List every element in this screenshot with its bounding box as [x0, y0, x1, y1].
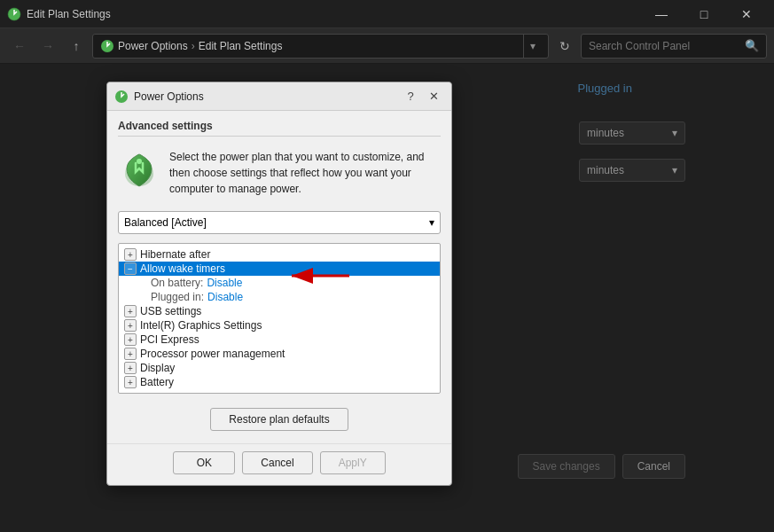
title-bar-icon: [7, 7, 21, 21]
description-area: Select the power plan that you want to c…: [118, 144, 441, 202]
tree-label-display: Display: [140, 362, 175, 374]
search-input[interactable]: [589, 40, 739, 52]
tree-expand-pci[interactable]: +: [124, 333, 137, 346]
forward-button[interactable]: →: [35, 34, 60, 59]
tree-label-hibernate: Hibernate after: [140, 248, 210, 261]
tree-expand-battery[interactable]: +: [124, 376, 137, 388]
tree-sub-wake-timers: On battery: Disable Plugged in: Disable: [119, 276, 440, 304]
power-plan-icon: [118, 149, 160, 192]
tree-expand-wake-timers[interactable]: −: [124, 262, 137, 275]
search-box[interactable]: 🔍: [581, 34, 767, 59]
description-text: Select the power plan that you want to c…: [169, 149, 441, 197]
breadcrumb: Power Options › Edit Plan Settings: [118, 40, 520, 52]
tree-label-processor: Processor power management: [140, 348, 285, 360]
window-title: Edit Plan Settings: [27, 8, 641, 20]
dialog-icon: [114, 90, 129, 104]
tree-item-hibernate[interactable]: + Hibernate after: [119, 247, 440, 262]
dialog-controls: ? ✕: [400, 86, 444, 107]
dialog-title-bar: Power Options ? ✕: [107, 82, 451, 111]
refresh-button[interactable]: ↻: [552, 34, 577, 59]
tree-expand-display[interactable]: +: [124, 362, 137, 374]
dialog-body: Advanced settings: [107, 111, 451, 443]
title-bar: Edit Plan Settings — □ ✕: [0, 0, 774, 28]
settings-tree[interactable]: + Hibernate after − Allow wake timers: [118, 243, 441, 394]
tree-item-pci[interactable]: + PCI Express: [119, 332, 440, 347]
tree-item-usb[interactable]: + USB settings: [119, 304, 440, 318]
tree-expand-hibernate[interactable]: +: [124, 248, 137, 261]
restore-defaults-button[interactable]: Restore plan defaults: [210, 408, 348, 431]
tree-label-wake-timers: Allow wake timers: [140, 262, 225, 275]
advanced-settings-label: Advanced settings: [118, 120, 441, 137]
maximize-button[interactable]: □: [684, 0, 724, 28]
tree-expand-usb[interactable]: +: [124, 305, 137, 317]
window-controls: — □ ✕: [641, 0, 767, 28]
up-button[interactable]: ↑: [64, 34, 89, 59]
tree-label-usb: USB settings: [140, 305, 201, 317]
plan-dropdown-row: Balanced [Active] ▾: [118, 209, 441, 236]
cancel-button[interactable]: Cancel: [242, 451, 312, 474]
tree-label-intel: Intel(R) Graphics Settings: [140, 319, 262, 332]
tree-item-processor[interactable]: + Processor power management: [119, 347, 440, 361]
breadcrumb-power-options[interactable]: Power Options: [118, 40, 188, 52]
tree-expand-intel[interactable]: +: [124, 319, 137, 332]
search-icon: 🔍: [745, 39, 759, 52]
close-button[interactable]: ✕: [726, 0, 767, 28]
apply-button[interactable]: ApplY: [320, 451, 386, 474]
address-bar[interactable]: Power Options › Edit Plan Settings ▾: [92, 34, 549, 59]
navigation-bar: ← → ↑ Power Options › Edit Plan Settings…: [0, 28, 774, 64]
back-button[interactable]: ←: [7, 34, 32, 59]
dialog-overlay: Power Options ? ✕ Advanced settings: [0, 64, 774, 532]
ok-button[interactable]: OK: [173, 451, 235, 474]
power-options-dialog: Power Options ? ✕ Advanced settings: [106, 82, 452, 486]
tree-item-wake-timers[interactable]: − Allow wake timers: [119, 262, 440, 276]
tree-item-display[interactable]: + Display: [119, 361, 440, 375]
tree-item-battery[interactable]: + Battery: [119, 375, 440, 389]
breadcrumb-edit-plan[interactable]: Edit Plan Settings: [199, 40, 283, 52]
tree-label-battery: Battery: [140, 376, 174, 388]
tree-expand-processor[interactable]: +: [124, 348, 137, 360]
address-dropdown-arrow[interactable]: ▾: [523, 35, 541, 58]
tree-sub-plugged-in[interactable]: Plugged in: Disable: [145, 290, 440, 304]
main-content: Plugged in minutes ▾ minutes ▾ Save chan…: [0, 64, 774, 532]
plan-dropdown[interactable]: Balanced [Active] ▾: [118, 211, 441, 234]
dialog-footer: OK Cancel ApplY: [107, 443, 451, 485]
address-bar-icon: [100, 39, 114, 53]
dialog-close-button[interactable]: ✕: [423, 86, 444, 107]
svg-point-4: [137, 159, 142, 164]
dialog-title: Power Options: [134, 90, 400, 103]
tree-item-intel-graphics[interactable]: + Intel(R) Graphics Settings: [119, 318, 440, 332]
restore-btn-row: Restore plan defaults: [118, 401, 441, 434]
tree-label-pci: PCI Express: [140, 333, 199, 346]
dialog-help-button[interactable]: ?: [400, 86, 421, 107]
minimize-button[interactable]: —: [641, 0, 682, 28]
